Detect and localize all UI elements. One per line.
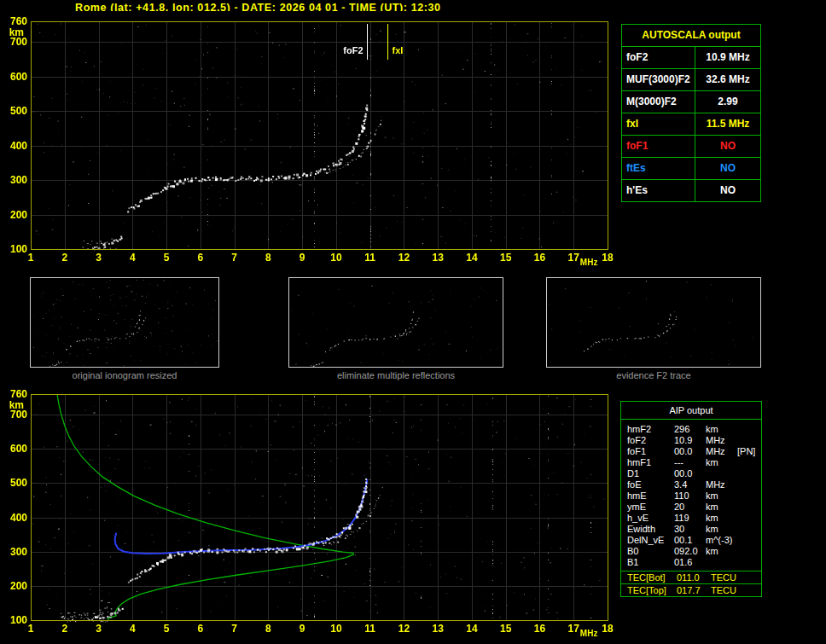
top-ionogram-canvas [0,11,640,270]
autoscala-row: M(3000)F22.99 [622,91,760,113]
caption-eliminate-reflections: eliminate multiple reflections [288,370,503,380]
aip-param-unit: km [706,424,737,435]
aip-tec-cell: TECU [711,584,761,596]
aip-tec-row: TEC[Top]017.7TECU [621,583,761,596]
aip-param-extra: [PN] [737,446,761,457]
autoscala-row: fxI11.5 MHz [622,113,760,136]
autoscala-param-value: 10.9 MHz [695,47,760,68]
aip-row: hmF2296km [621,424,761,435]
aip-param-name: h_vE [627,513,674,524]
aip-param-extra [737,479,761,490]
aip-row: h_vE119km [621,513,761,524]
aip-tec-cell: TECU [711,571,761,583]
aip-param-extra [737,457,761,468]
aip-param-name: B0 [627,546,674,557]
autoscala-output-rows: foF210.9 MHzMUF(3000)F232.6 MHzM(3000)F2… [622,47,760,201]
aip-param-value: 00.0 [674,446,706,457]
aip-tec-cell: 011.0 [677,571,711,583]
caption-evidence-f2-trace: evidence F2 trace [546,370,761,380]
aip-param-unit [706,557,737,568]
autoscala-param-value: NO [695,158,760,179]
aip-row: Ewidth30km [621,524,761,535]
mini-panel-eliminate-reflections [288,277,503,368]
autoscala-row: foF210.9 MHz [622,47,760,69]
aip-param-extra [737,424,761,435]
autoscala-row: MUF(3000)F232.6 MHz [622,69,760,91]
aip-tec-row: TEC[Bot]011.0TECU [621,571,761,583]
aip-param-unit: km [706,457,737,468]
autoscala-param-label: ftEs [622,158,695,179]
aip-row: ymE20km [621,502,761,513]
autoscala-output-table: AUTOSCALA output foF210.9 MHzMUF(3000)F2… [621,24,761,202]
autoscala-param-value: NO [695,180,760,201]
aip-param-unit: km [706,524,737,535]
aip-param-value: 01.6 [674,557,706,568]
aip-output-rows: hmF2296kmfoF210.9MHzfoF100.0MHz[PN]hmF1-… [621,420,761,571]
aip-tec-cell: TEC[Top] [627,584,677,596]
aip-row: hmE110km [621,490,761,502]
autoscala-row: foF1NO [622,136,760,158]
aip-param-name: hmE [627,490,674,502]
aip-param-unit: km [706,490,737,502]
aip-row: foF100.0MHz[PN] [621,446,761,457]
aip-param-extra [737,490,761,502]
aip-param-value: 092.0 [674,546,706,557]
aip-row: DelN_vE00.1m^(-3) [621,535,761,546]
autoscala-param-value: 11.5 MHz [695,113,760,135]
aip-param-name: hmF2 [627,424,674,435]
aip-param-value: 20 [674,502,706,513]
aip-param-extra [737,513,761,524]
aip-output-table: AIP output hmF2296kmfoF210.9MHzfoF100.0M… [620,401,762,597]
aip-param-name: hmF1 [627,457,674,468]
aip-param-value: 110 [674,490,706,502]
autoscala-output-header: AUTOSCALA output [622,25,760,47]
aip-param-name: DelN_vE [627,535,674,546]
aip-param-extra [737,435,761,446]
aip-param-value: 119 [674,513,706,524]
aip-param-name: ymE [627,502,674,513]
aip-param-extra [737,502,761,513]
bottom-ionogram-profile-canvas [0,384,640,642]
aip-tec-rows: TEC[Bot]011.0TECUTEC[Top]017.7TECU [621,571,761,596]
aip-param-extra [737,468,761,479]
aip-row: hmF1---km [621,457,761,468]
aip-param-value: 296 [674,424,706,435]
aip-param-name: foF2 [627,435,674,446]
autoscala-param-label: foF2 [622,47,695,68]
aip-param-unit: m^(-3) [706,535,737,546]
aip-tec-cell: TEC[Bot] [627,571,677,583]
aip-output-header: AIP output [621,402,761,420]
aip-param-extra [737,535,761,546]
aip-param-unit: km [706,513,737,524]
aip-param-value: 30 [674,524,706,535]
autoscala-param-value: 32.6 MHz [695,69,760,90]
autoscala-param-label: foF1 [622,136,695,157]
aip-param-extra [737,546,761,557]
mini-panel-evidence-f2-trace [546,277,761,368]
aip-param-name: Ewidth [627,524,674,535]
aip-param-value: 3.4 [674,479,706,490]
aip-param-name: foF1 [627,446,674,457]
aip-param-unit: MHz [706,479,737,490]
autoscala-row: ftEsNO [622,158,760,180]
mini-panel-original-ionogram [30,277,219,368]
aip-param-unit: km [706,546,737,557]
autoscala-param-label: h'Es [622,180,695,201]
aip-row: foE3.4MHz [621,479,761,490]
autoscala-param-label: fxI [622,113,695,135]
aip-param-unit: MHz [706,435,737,446]
aip-param-name: B1 [627,557,674,568]
aip-param-unit: MHz [706,446,737,457]
autoscala-row: h'EsNO [622,180,760,201]
aip-param-unit [706,468,737,479]
aip-param-name: D1 [627,468,674,479]
aip-row: B0092.0km [621,546,761,557]
aip-param-value: 00.1 [674,535,706,546]
aip-param-value: 10.9 [674,435,706,446]
autoscala-param-value: NO [695,136,760,157]
caption-original-ionogram: original ionogram resized [30,370,219,380]
aip-param-value: 00.0 [674,468,706,479]
aip-row: D100.0 [621,468,761,479]
aip-param-unit: km [706,502,737,513]
aip-param-extra [737,524,761,535]
